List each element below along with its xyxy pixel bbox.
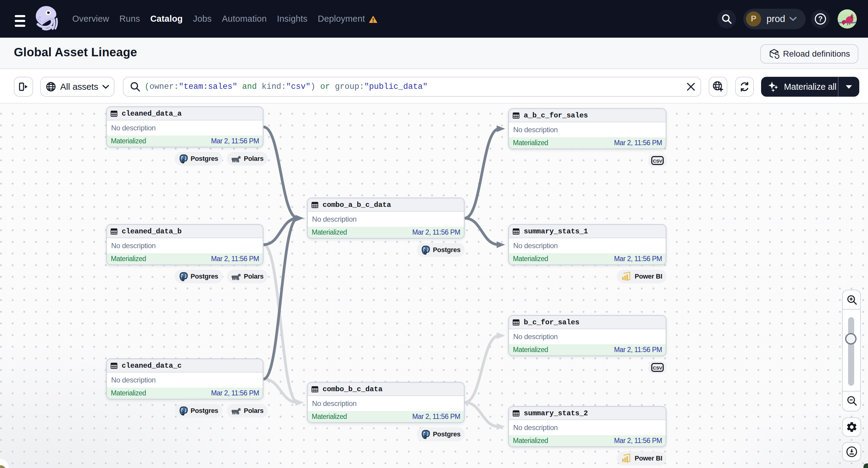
svg-text:CSV: CSV	[653, 158, 662, 163]
svg-text:CSV: CSV	[653, 365, 662, 370]
svg-text:?: ?	[818, 15, 823, 23]
